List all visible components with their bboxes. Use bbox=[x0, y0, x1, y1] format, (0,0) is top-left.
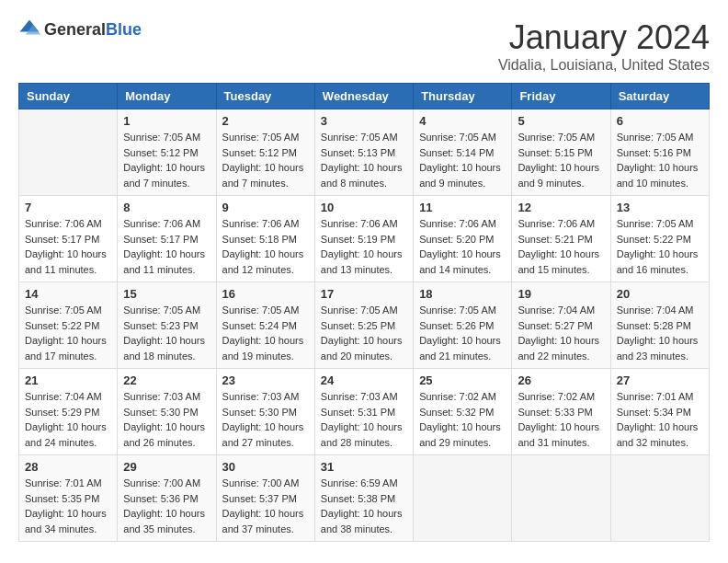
calendar-cell: 17 Sunrise: 7:05 AM Sunset: 5:25 PM Dayl… bbox=[314, 282, 413, 369]
week-row-3: 14 Sunrise: 7:05 AM Sunset: 5:22 PM Dayl… bbox=[19, 282, 710, 369]
day-number: 4 bbox=[419, 114, 506, 128]
day-info: Sunrise: 7:05 AM Sunset: 5:14 PM Dayligh… bbox=[419, 130, 506, 190]
sunrise-label: Sunrise: 7:03 AM bbox=[222, 391, 300, 402]
column-header-friday: Friday bbox=[512, 84, 610, 109]
calendar-subtitle: Vidalia, Louisiana, United States bbox=[498, 57, 710, 74]
sunrise-label: Sunrise: 7:01 AM bbox=[617, 391, 694, 402]
day-info: Sunrise: 7:06 AM Sunset: 5:17 PM Dayligh… bbox=[123, 216, 210, 277]
sunset-label: Sunset: 5:35 PM bbox=[25, 493, 99, 504]
sunrise-label: Sunrise: 7:06 AM bbox=[419, 218, 496, 229]
calendar-cell: 13 Sunrise: 7:05 AM Sunset: 5:22 PM Dayl… bbox=[610, 196, 709, 282]
calendar-cell bbox=[414, 455, 512, 542]
column-header-monday: Monday bbox=[118, 84, 216, 109]
sunset-label: Sunset: 5:23 PM bbox=[123, 320, 198, 331]
calendar-cell: 6 Sunrise: 7:05 AM Sunset: 5:16 PM Dayli… bbox=[610, 109, 709, 196]
sunrise-label: Sunrise: 7:05 AM bbox=[25, 304, 102, 316]
calendar-cell bbox=[610, 455, 709, 542]
sunrise-label: Sunrise: 7:06 AM bbox=[123, 218, 200, 229]
daylight-label: Daylight: 10 hours and 9 minutes. bbox=[419, 162, 501, 189]
sunset-label: Sunset: 5:26 PM bbox=[419, 320, 494, 331]
day-number: 10 bbox=[321, 201, 407, 214]
sunset-label: Sunset: 5:22 PM bbox=[617, 234, 691, 245]
sunset-label: Sunset: 5:19 PM bbox=[321, 234, 395, 245]
sunrise-label: Sunrise: 7:05 AM bbox=[419, 304, 496, 316]
column-header-sunday: Sunday bbox=[19, 84, 118, 109]
day-info: Sunrise: 7:03 AM Sunset: 5:30 PM Dayligh… bbox=[222, 389, 309, 450]
day-info: Sunrise: 7:05 AM Sunset: 5:16 PM Dayligh… bbox=[617, 130, 703, 190]
day-info: Sunrise: 7:05 AM Sunset: 5:26 PM Dayligh… bbox=[419, 303, 506, 363]
calendar-cell: 25 Sunrise: 7:02 AM Sunset: 5:32 PM Dayl… bbox=[414, 369, 512, 455]
daylight-label: Daylight: 10 hours and 37 minutes. bbox=[222, 508, 304, 534]
day-info: Sunrise: 7:06 AM Sunset: 5:17 PM Dayligh… bbox=[25, 216, 111, 277]
calendar-cell: 15 Sunrise: 7:05 AM Sunset: 5:23 PM Dayl… bbox=[118, 282, 216, 369]
sunrise-label: Sunrise: 7:00 AM bbox=[123, 477, 200, 488]
sunrise-label: Sunrise: 7:04 AM bbox=[617, 304, 694, 316]
daylight-label: Daylight: 10 hours and 20 minutes. bbox=[321, 335, 403, 362]
calendar-cell: 11 Sunrise: 7:06 AM Sunset: 5:20 PM Dayl… bbox=[414, 196, 512, 282]
daylight-label: Daylight: 10 hours and 14 minutes. bbox=[419, 248, 501, 275]
week-row-4: 21 Sunrise: 7:04 AM Sunset: 5:29 PM Dayl… bbox=[19, 369, 710, 455]
week-row-1: 1 Sunrise: 7:05 AM Sunset: 5:12 PM Dayli… bbox=[19, 109, 710, 196]
calendar-header-row: SundayMondayTuesdayWednesdayThursdayFrid… bbox=[19, 84, 710, 109]
daylight-label: Daylight: 10 hours and 13 minutes. bbox=[321, 248, 403, 275]
day-info: Sunrise: 7:05 AM Sunset: 5:22 PM Dayligh… bbox=[25, 303, 111, 363]
day-number: 3 bbox=[321, 114, 407, 128]
day-number: 25 bbox=[419, 373, 506, 387]
day-number: 28 bbox=[25, 460, 111, 474]
column-header-wednesday: Wednesday bbox=[314, 84, 413, 109]
daylight-label: Daylight: 10 hours and 7 minutes. bbox=[123, 162, 205, 189]
calendar-title: January 2024 bbox=[498, 18, 710, 57]
calendar-cell: 29 Sunrise: 7:00 AM Sunset: 5:36 PM Dayl… bbox=[118, 455, 216, 542]
logo-icon bbox=[18, 18, 40, 40]
sunrise-label: Sunrise: 7:05 AM bbox=[123, 304, 200, 316]
daylight-label: Daylight: 10 hours and 21 minutes. bbox=[419, 335, 501, 362]
logo-text: GeneralBlue bbox=[44, 20, 142, 40]
calendar-cell: 30 Sunrise: 7:00 AM Sunset: 5:37 PM Dayl… bbox=[216, 455, 314, 542]
day-info: Sunrise: 7:05 AM Sunset: 5:12 PM Dayligh… bbox=[222, 130, 309, 190]
daylight-label: Daylight: 10 hours and 16 minutes. bbox=[617, 248, 699, 275]
day-number: 31 bbox=[321, 460, 407, 474]
sunset-label: Sunset: 5:34 PM bbox=[617, 407, 691, 418]
sunset-label: Sunset: 5:17 PM bbox=[25, 234, 99, 245]
sunset-label: Sunset: 5:28 PM bbox=[617, 320, 691, 331]
daylight-label: Daylight: 10 hours and 12 minutes. bbox=[222, 248, 304, 275]
day-info: Sunrise: 7:06 AM Sunset: 5:20 PM Dayligh… bbox=[419, 216, 506, 277]
column-header-saturday: Saturday bbox=[610, 84, 709, 109]
daylight-label: Daylight: 10 hours and 34 minutes. bbox=[25, 508, 107, 534]
sunset-label: Sunset: 5:32 PM bbox=[419, 407, 494, 418]
sunset-label: Sunset: 5:12 PM bbox=[222, 147, 297, 158]
sunrise-label: Sunrise: 7:05 AM bbox=[321, 304, 398, 316]
sunrise-label: Sunrise: 7:05 AM bbox=[518, 132, 595, 143]
daylight-label: Daylight: 10 hours and 24 minutes. bbox=[25, 421, 107, 448]
daylight-label: Daylight: 10 hours and 38 minutes. bbox=[321, 508, 403, 534]
calendar-cell: 19 Sunrise: 7:04 AM Sunset: 5:27 PM Dayl… bbox=[512, 282, 610, 369]
sunrise-label: Sunrise: 7:04 AM bbox=[25, 391, 102, 402]
day-info: Sunrise: 7:05 AM Sunset: 5:22 PM Dayligh… bbox=[617, 216, 703, 277]
day-number: 9 bbox=[222, 201, 309, 214]
day-number: 20 bbox=[617, 287, 703, 301]
sunset-label: Sunset: 5:38 PM bbox=[321, 493, 395, 504]
sunset-label: Sunset: 5:13 PM bbox=[321, 147, 395, 158]
day-info: Sunrise: 7:06 AM Sunset: 5:21 PM Dayligh… bbox=[518, 216, 604, 277]
sunset-label: Sunset: 5:31 PM bbox=[321, 407, 395, 418]
sunrise-label: Sunrise: 7:02 AM bbox=[419, 391, 496, 402]
sunrise-label: Sunrise: 7:05 AM bbox=[222, 132, 300, 143]
calendar-cell: 21 Sunrise: 7:04 AM Sunset: 5:29 PM Dayl… bbox=[19, 369, 118, 455]
day-number: 1 bbox=[123, 114, 210, 128]
day-info: Sunrise: 7:04 AM Sunset: 5:29 PM Dayligh… bbox=[25, 389, 111, 450]
calendar-cell: 8 Sunrise: 7:06 AM Sunset: 5:17 PM Dayli… bbox=[118, 196, 216, 282]
day-info: Sunrise: 7:05 AM Sunset: 5:12 PM Dayligh… bbox=[123, 130, 210, 190]
day-info: Sunrise: 7:00 AM Sunset: 5:36 PM Dayligh… bbox=[123, 476, 210, 536]
sunset-label: Sunset: 5:14 PM bbox=[419, 147, 494, 158]
daylight-label: Daylight: 10 hours and 19 minutes. bbox=[222, 335, 304, 362]
daylight-label: Daylight: 10 hours and 10 minutes. bbox=[617, 162, 699, 189]
day-number: 16 bbox=[222, 287, 309, 301]
sunset-label: Sunset: 5:12 PM bbox=[123, 147, 198, 158]
day-number: 8 bbox=[123, 201, 210, 214]
calendar-cell: 28 Sunrise: 7:01 AM Sunset: 5:35 PM Dayl… bbox=[19, 455, 118, 542]
sunset-label: Sunset: 5:27 PM bbox=[518, 320, 592, 331]
day-info: Sunrise: 7:04 AM Sunset: 5:28 PM Dayligh… bbox=[617, 303, 703, 363]
daylight-label: Daylight: 10 hours and 22 minutes. bbox=[518, 335, 599, 362]
sunrise-label: Sunrise: 7:04 AM bbox=[518, 304, 595, 316]
logo: GeneralBlue bbox=[18, 18, 142, 40]
